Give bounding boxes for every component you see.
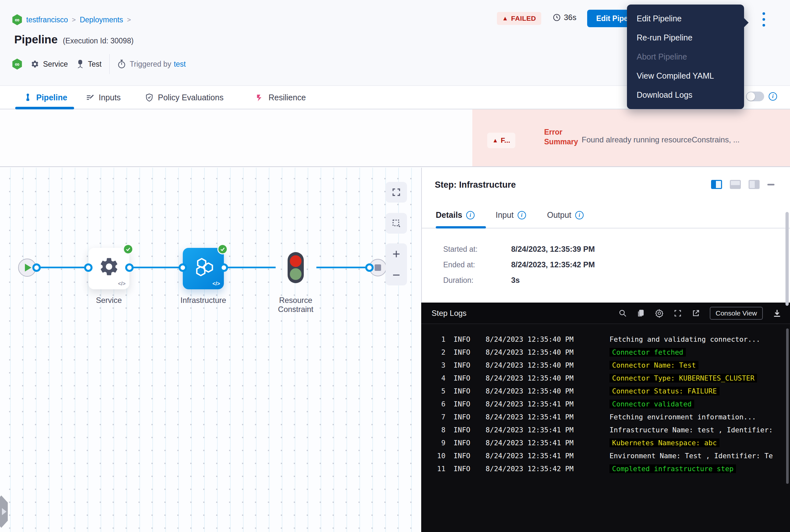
step-logs-console: Step Logs Console View: [421, 303, 790, 532]
play-icon: [25, 264, 32, 271]
triggered-by-user[interactable]: test: [174, 60, 186, 69]
fullscreen-icon: [391, 187, 401, 197]
breadcrumb: ∞ testfrancisco > Deployments >: [12, 14, 131, 25]
field-label: Duration:: [443, 276, 511, 285]
template-code-badge: </>: [118, 281, 126, 287]
marquee-select-icon: [391, 218, 401, 228]
node-infrastructure[interactable]: </>: [183, 248, 224, 289]
execution-id: (Execution Id: 30098): [63, 37, 134, 45]
step-detail-fields: Started at:8/24/2023, 12:35:39 PMEnded a…: [443, 242, 595, 288]
step-panel-title: Step: Infrastructure: [435, 180, 516, 190]
console-header: Step Logs Console View: [421, 303, 790, 324]
canvas-fullscreen-button[interactable]: [386, 182, 407, 203]
info-icon[interactable]: i: [466, 211, 475, 220]
zoom-in-button[interactable]: [386, 244, 407, 264]
minimize-panel-button[interactable]: [767, 184, 774, 186]
infrastructure-hexagons-icon: [183, 252, 224, 281]
pipeline-meta-row: ∞ Service Test Triggered by test: [12, 58, 186, 71]
stage-summary-bar: deploy Started at: 8/24/2023, 12:35:11 P…: [0, 109, 790, 167]
info-icon[interactable]: i: [518, 211, 526, 220]
tab-policy-evaluations[interactable]: Policy Evaluations: [145, 86, 224, 109]
download-icon: [772, 309, 782, 318]
layout-right-button[interactable]: [749, 180, 759, 189]
inputs-icon: [86, 93, 94, 102]
error-summary-label: Error Summary: [544, 127, 583, 147]
log-line: 5INFO8/24/2023 12:35:40 PMConnector Stat…: [421, 384, 790, 397]
chevron-right-icon: >: [127, 16, 131, 24]
layout-bottom-button[interactable]: [730, 180, 741, 189]
success-check-icon: [123, 244, 133, 254]
detail-field-row: Started at:8/24/2023, 12:35:39 PM: [443, 242, 595, 257]
panel-layout-controls: [711, 180, 774, 189]
triggered-by-label: Triggered by: [130, 60, 171, 69]
menu-item[interactable]: Re-run Pipeline: [627, 28, 744, 47]
node-label: Resource Constraint: [267, 296, 325, 314]
menu-item[interactable]: View Compiled YAML: [627, 66, 744, 86]
status-badge: ▲ FAILED: [497, 12, 541, 25]
console-view-button[interactable]: Console View: [710, 307, 763, 320]
info-icon[interactable]: i: [575, 211, 584, 220]
gear-icon: [88, 252, 129, 281]
tab-inputs[interactable]: Inputs: [86, 86, 121, 109]
console-scrollbar[interactable]: [786, 328, 789, 484]
canvas-select-button[interactable]: [386, 213, 407, 234]
edge-start-to-service: [37, 267, 92, 268]
edge-infra-to-constraint: [224, 267, 276, 268]
console-toolbar: Console View: [619, 303, 782, 324]
warning-triangle-icon: ▲: [502, 15, 508, 22]
zoom-out-button[interactable]: [386, 265, 407, 285]
menu-item[interactable]: Edit Pipeline: [627, 9, 744, 28]
edge-service-to-infra: [129, 267, 183, 268]
tab-input[interactable]: Inputi: [496, 210, 526, 220]
node-service[interactable]: </>: [88, 248, 129, 289]
page-scrollbar[interactable]: [786, 212, 789, 306]
menu-item: Abort Pipeline: [627, 47, 744, 66]
shield-check-icon: [145, 93, 154, 102]
environment-icon: [76, 59, 84, 69]
field-value: 8/24/2023, 12:35:42 PM: [511, 260, 595, 269]
node-label: Infrastructure: [173, 296, 233, 305]
field-label: Ended at:: [443, 261, 511, 269]
pipeline-icon: [24, 93, 32, 101]
log-line: 1INFO8/24/2023 12:35:40 PMFetching and v…: [421, 332, 790, 346]
view-toggle-switch[interactable]: [746, 92, 764, 101]
copy-logs-button[interactable]: [637, 309, 645, 318]
log-settings-button[interactable]: [655, 309, 664, 318]
download-logs-button[interactable]: [772, 309, 782, 318]
info-icon[interactable]: i: [769, 92, 777, 101]
field-label: Started at:: [443, 245, 511, 254]
breadcrumb-deployments[interactable]: Deployments: [80, 16, 123, 24]
stopwatch-icon: [117, 59, 126, 69]
error-summary-text: Found already running resourceConstrains…: [582, 135, 789, 144]
expand-logs-button[interactable]: [674, 309, 682, 318]
environment-name[interactable]: Test: [88, 60, 101, 69]
tab-details[interactable]: Detailsi: [436, 210, 475, 220]
field-value: 3s: [511, 276, 520, 285]
breadcrumb-org[interactable]: testfrancisco: [26, 16, 68, 24]
tab-pipeline[interactable]: Pipeline: [24, 86, 67, 109]
title-row: Pipeline (Execution Id: 30098): [14, 33, 134, 46]
expand-panel-handle[interactable]: [0, 495, 8, 528]
fullscreen-icon: [674, 309, 682, 318]
minus-icon: [391, 270, 401, 280]
log-line: 8INFO8/24/2023 12:35:41 PMInfrastructure…: [421, 423, 790, 436]
edge-port: [178, 263, 187, 272]
pipeline-canvas[interactable]: </> </> Service: [0, 168, 421, 532]
plus-icon: [391, 249, 401, 259]
cd-module-icon: ∞: [12, 59, 22, 70]
menu-item[interactable]: Download Logs: [627, 86, 744, 104]
more-options-kebab[interactable]: [762, 12, 766, 26]
detail-field-row: Ended at:8/24/2023, 12:35:42 PM: [443, 257, 595, 272]
tab-resilience[interactable]: Resilience: [255, 86, 306, 109]
search-logs-button[interactable]: [619, 309, 627, 318]
green-light-icon: [290, 268, 302, 280]
node-resource-constraint[interactable]: [288, 252, 304, 283]
layout-split-left-button[interactable]: [711, 180, 722, 189]
service-name[interactable]: Service: [43, 60, 68, 69]
log-lines: 1INFO8/24/2023 12:35:40 PMFetching and v…: [421, 324, 790, 532]
open-in-new-button[interactable]: [692, 309, 700, 318]
step-panel-tabs: Detailsi Inputi Outputi: [422, 207, 790, 228]
tab-output[interactable]: Outputi: [547, 210, 584, 220]
page-title: Pipeline: [14, 33, 58, 46]
edge-port: [84, 263, 93, 272]
